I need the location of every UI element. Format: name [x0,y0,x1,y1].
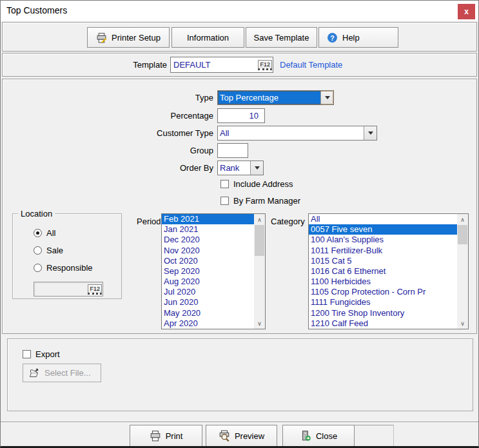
options-panel: Type Top Percentage Percentage Customer … [2,79,477,334]
select-file-icon [28,368,40,378]
location-sale-radio[interactable] [34,246,42,255]
location-sale-label: Sale [46,246,63,255]
window-title: Top Customers [6,5,67,15]
period-scroll-down-icon[interactable]: ∨ [254,318,265,329]
period-listbox: Feb 2021Jan 2021Dec 2020Nov 2020Oct 2020… [161,213,266,329]
title-bar: Top Customers x [1,1,478,21]
type-value: Top Percentage [218,91,320,104]
type-label: Type [84,90,213,105]
order-by-value: Rank [218,161,250,175]
list-item[interactable]: 1111 Fungicides [309,297,457,307]
close-label: Close [316,431,337,441]
list-item[interactable]: 1011 Fertilizer-Bulk [309,246,457,256]
category-scroll-up-icon[interactable]: ∧ [457,214,468,225]
template-input[interactable] [171,57,258,72]
customer-type-label: Customer Type [84,126,213,141]
include-address-checkbox[interactable] [220,180,229,188]
location-responsible-radio[interactable] [34,264,42,272]
close-dialog-button[interactable]: Close [282,425,355,447]
location-responsible-row: Responsible [34,263,93,273]
template-description: Default Template [280,57,342,72]
list-item[interactable]: 100 Alan's Supplies [309,235,457,245]
by-farm-manager-row: By Farm Manager [220,196,300,206]
location-all-radio[interactable] [34,229,42,237]
list-item[interactable]: All [309,214,457,224]
list-item[interactable]: Dec 2020 [162,235,254,245]
save-template-label: Save Template [254,33,309,43]
customer-type-value: All [218,126,364,140]
select-file-label: Select File... [44,368,91,378]
close-icon: x [464,7,469,16]
save-template-button[interactable]: Save Template [246,27,317,48]
list-item[interactable]: 1015 Cat 5 [309,256,457,266]
list-item[interactable]: Oct 2020 [162,256,254,266]
type-combobox[interactable]: Top Percentage [217,90,334,105]
print-icon [150,430,161,442]
list-item[interactable]: 1105 Crop Protection - Corn Pr [309,287,457,297]
category-scroll-down-icon[interactable]: ∨ [457,318,468,329]
location-field[interactable]: F12 [34,282,103,297]
location-groupbox: Location All Sale Responsible F12 [12,213,122,299]
list-item[interactable]: 1100 Herbicides [309,277,457,287]
help-button[interactable]: ? Help [318,27,398,48]
customer-type-chevron-down-icon[interactable] [364,126,376,140]
period-scrollbar[interactable]: ∧ ∨ [254,214,265,329]
close-door-icon [300,430,311,442]
type-chevron-down-icon[interactable] [320,91,333,104]
group-label: Group [84,143,213,158]
include-address-row: Include Address [220,179,293,189]
category-scroll-thumb[interactable] [458,225,467,244]
list-item[interactable]: Aug 2020 [162,277,254,287]
include-address-label: Include Address [233,179,293,189]
printer-setup-icon [96,32,107,43]
preview-label: Preview [235,431,264,441]
order-by-combobox[interactable]: Rank [217,161,264,175]
list-item[interactable]: Jun 2020 [162,297,254,307]
percentage-input[interactable] [217,108,265,123]
order-by-chevron-down-icon[interactable] [250,161,263,175]
list-item[interactable]: Nov 2020 [162,246,254,256]
period-label: Period [137,214,161,229]
close-button[interactable]: x [458,4,475,19]
template-label: Template [101,57,167,72]
list-item[interactable]: May 2020 [162,308,254,318]
category-label: Category [271,214,305,229]
period-list: Feb 2021Jan 2021Dec 2020Nov 2020Oct 2020… [162,214,254,329]
percentage-label: Percentage [84,108,213,123]
top-toolbar: Printer Setup Information Save Template … [2,22,477,52]
category-listbox: All0057 Five seven100 Alan's Supplies101… [308,213,469,329]
template-f12-button[interactable]: F12 [258,60,272,70]
list-item[interactable]: Jan 2021 [162,224,254,235]
list-item[interactable]: 1200 Tire Shop Inventory [309,308,457,318]
top-customers-dialog: Top Customers x Printer Setup Informatio… [0,0,479,448]
location-all-row: All [34,228,55,238]
printer-setup-button[interactable]: Printer Setup [87,27,170,48]
location-f12-button[interactable]: F12 [88,284,102,295]
list-item[interactable]: Sep 2020 [162,266,254,277]
location-legend: Location [18,209,55,219]
location-responsible-label: Responsible [46,263,93,273]
list-item[interactable]: Jul 2020 [162,287,254,297]
export-checkbox[interactable] [23,350,31,358]
location-all-label: All [46,228,55,238]
group-input[interactable] [217,143,248,158]
list-item[interactable]: 1016 Cat 6 Ethernet [309,266,457,277]
export-panel: Export Select File... [7,338,473,411]
category-scrollbar[interactable]: ∧ ∨ [457,214,468,329]
select-file-button[interactable]: Select File... [23,364,101,382]
by-farm-manager-checkbox[interactable] [220,197,229,205]
list-item[interactable]: Feb 2021 [162,214,254,224]
template-bar: Template F12 Default Template [2,53,477,77]
information-button[interactable]: Information [171,27,244,48]
print-button[interactable]: Print [130,425,202,447]
by-farm-manager-label: By Farm Manager [233,196,300,206]
list-item[interactable]: 0057 Five seven [309,224,457,235]
help-label: Help [342,33,360,43]
list-item[interactable]: 1210 Calf Feed [309,318,457,329]
customer-type-combobox[interactable]: All [217,126,377,141]
period-scroll-thumb[interactable] [255,225,264,256]
list-item[interactable]: Apr 2020 [162,318,254,329]
period-scroll-up-icon[interactable]: ∧ [254,214,265,225]
bottom-toolbar: Print Preview Close [1,422,478,447]
preview-button[interactable]: Preview [206,425,277,447]
